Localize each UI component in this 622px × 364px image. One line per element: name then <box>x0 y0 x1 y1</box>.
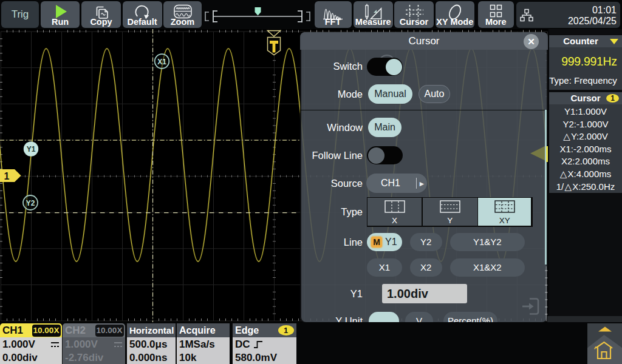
svg-text:X1: X1 <box>157 58 166 66</box>
svg-text:Y1: Y1 <box>27 145 36 153</box>
svg-text:Y2: Y2 <box>26 199 35 207</box>
svg-text:1: 1 <box>4 171 10 181</box>
